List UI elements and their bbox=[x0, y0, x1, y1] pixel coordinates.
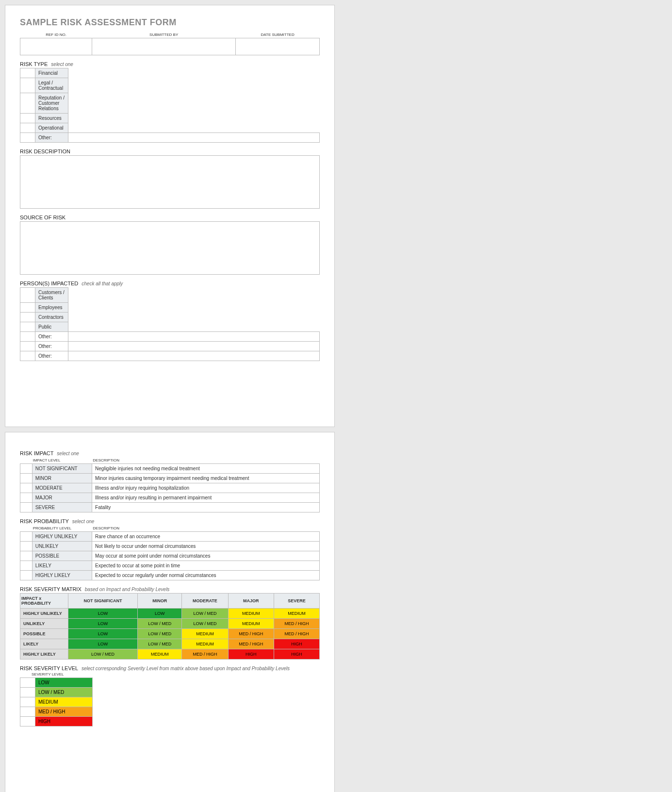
level-description: Illness and/or injury resulting in perma… bbox=[92, 493, 320, 503]
page-1: SAMPLE RISK ASSESSMENT FORM REF ID NO. S… bbox=[5, 5, 335, 427]
matrix-cell: MEDIUM bbox=[182, 629, 229, 639]
person-check[interactable] bbox=[20, 313, 35, 322]
person-check[interactable] bbox=[20, 342, 35, 351]
person-check[interactable] bbox=[20, 303, 35, 313]
level-name: HIGHLY UNLIKELY bbox=[32, 532, 92, 542]
matrix-col-header: MAJOR bbox=[228, 594, 274, 609]
person-option: Contractors bbox=[35, 313, 68, 322]
date-submitted-input[interactable] bbox=[236, 38, 320, 55]
matrix-cell: LOW bbox=[138, 609, 182, 619]
form-title: SAMPLE RISK ASSESSMENT FORM bbox=[20, 17, 320, 28]
matrix-label-text: RISK SEVERITY MATRIX bbox=[20, 586, 82, 592]
risk-type-option: Reputation / Customer Relations bbox=[35, 93, 68, 114]
hdr-date-label: DATE SUBMITTED bbox=[236, 32, 320, 38]
person-option: Customers / Clients bbox=[35, 288, 68, 303]
risk-type-option: Legal / Contractual bbox=[35, 78, 68, 93]
matrix-cell: LOW / MED bbox=[138, 639, 182, 649]
risk-type-check[interactable] bbox=[20, 78, 35, 93]
risk-type-check[interactable] bbox=[20, 123, 35, 133]
level-description: Rare chance of an occurrence bbox=[92, 532, 320, 542]
person-other-input[interactable] bbox=[68, 342, 320, 351]
level-check[interactable] bbox=[20, 503, 33, 512]
risk-type-option: Resources bbox=[35, 114, 68, 123]
risk-type-check[interactable] bbox=[20, 68, 35, 78]
level-description: Fatality bbox=[92, 503, 320, 512]
matrix-cell: MED / HIGH bbox=[228, 639, 274, 649]
severity-col-label: SEVERITY LEVEL bbox=[32, 672, 320, 676]
source-input[interactable] bbox=[20, 221, 320, 275]
persons-table: Customers / ClientsEmployeesContractorsP… bbox=[20, 287, 320, 361]
severity-check[interactable] bbox=[20, 697, 35, 707]
person-other-label: Other: bbox=[35, 332, 68, 342]
matrix-cell: MEDIUM bbox=[228, 619, 274, 629]
risk-description-input[interactable] bbox=[20, 155, 320, 209]
matrix-col-header: SEVERE bbox=[274, 594, 319, 609]
submitted-by-input[interactable] bbox=[92, 38, 236, 55]
level-description: Minor injuries causing temporary impairm… bbox=[92, 474, 320, 483]
risk-type-option: Financial bbox=[35, 68, 68, 78]
risk-type-other-label: Other: bbox=[35, 133, 68, 143]
level-check[interactable] bbox=[20, 483, 33, 493]
matrix-cell: LOW / MED bbox=[138, 619, 182, 629]
ref-id-input[interactable] bbox=[20, 38, 92, 55]
severity-check[interactable] bbox=[20, 707, 35, 717]
matrix-label: RISK SEVERITY MATRIX based on Impact and… bbox=[20, 586, 320, 592]
risk-type-other-input[interactable] bbox=[68, 133, 320, 143]
severity-check[interactable] bbox=[20, 717, 35, 726]
severity-level: MED / HIGH bbox=[35, 707, 93, 717]
person-other-input[interactable] bbox=[68, 351, 320, 361]
person-other-input[interactable] bbox=[68, 332, 320, 342]
severity-check[interactable] bbox=[20, 688, 35, 697]
matrix-col-header: MODERATE bbox=[182, 594, 229, 609]
severity-hint: select corresponding Severity Level from… bbox=[82, 666, 290, 671]
person-other-label: Other: bbox=[35, 351, 68, 361]
level-check[interactable] bbox=[20, 464, 33, 474]
matrix-cell: MED / HIGH bbox=[182, 649, 229, 660]
matrix-cell: MED / HIGH bbox=[274, 619, 319, 629]
severity-check[interactable] bbox=[20, 678, 35, 688]
matrix-cell: MEDIUM bbox=[274, 609, 319, 619]
level-description: Not likely to occur under normal circums… bbox=[92, 542, 320, 551]
persons-label: PERSON(S) IMPACTED check all that apply bbox=[20, 280, 320, 286]
probability-header: PROBABILITY LEVEL DESCRIPTION bbox=[20, 525, 320, 531]
persons-hint: check all that apply bbox=[82, 281, 123, 286]
risk-type-check[interactable] bbox=[20, 93, 35, 114]
level-check[interactable] bbox=[20, 542, 33, 551]
level-check[interactable] bbox=[20, 474, 33, 483]
risk-type-check[interactable] bbox=[20, 114, 35, 123]
impact-label-text: RISK IMPACT bbox=[20, 450, 53, 456]
matrix-cell: LOW bbox=[68, 629, 138, 639]
person-option: Public bbox=[35, 322, 68, 332]
matrix-cell: MEDIUM bbox=[228, 609, 274, 619]
matrix-row-header: UNLIKELY bbox=[20, 619, 68, 629]
page-2: RISK IMPACT select one IMPACT LEVEL DESC… bbox=[5, 432, 335, 792]
matrix-cell: MED / HIGH bbox=[274, 629, 319, 639]
risk-type-table: FinancialLegal / ContractualReputation /… bbox=[20, 68, 320, 143]
matrix-cell: LOW bbox=[68, 609, 138, 619]
probability-hint: select one bbox=[72, 519, 95, 524]
person-check[interactable] bbox=[20, 288, 35, 303]
level-check[interactable] bbox=[20, 551, 33, 561]
person-check[interactable] bbox=[20, 351, 35, 361]
level-check[interactable] bbox=[20, 571, 33, 580]
level-name: MINOR bbox=[32, 474, 92, 483]
impact-label: RISK IMPACT select one bbox=[20, 450, 320, 456]
matrix-row-header: LIKELY bbox=[20, 639, 68, 649]
level-description: Expected to occur at some point in time bbox=[92, 561, 320, 571]
matrix-table: IMPACT x PROBABILITYNOT SIGNIFICANTMINOR… bbox=[20, 593, 320, 660]
level-check[interactable] bbox=[20, 561, 33, 571]
level-check[interactable] bbox=[20, 532, 33, 542]
matrix-hint: based on Impact and Probability Levels bbox=[85, 587, 170, 592]
level-name: UNLIKELY bbox=[32, 542, 92, 551]
severity-table: LOWLOW / MEDMEDIUMMED / HIGHHIGH bbox=[20, 677, 93, 726]
matrix-cell: HIGH bbox=[274, 639, 319, 649]
person-check[interactable] bbox=[20, 322, 35, 332]
level-description: Expected to occur regularly under normal… bbox=[92, 571, 320, 580]
matrix-cell: MED / HIGH bbox=[228, 629, 274, 639]
matrix-row-header: POSSIBLE bbox=[20, 629, 68, 639]
level-check[interactable] bbox=[20, 493, 33, 503]
impact-hint: select one bbox=[57, 451, 79, 456]
impact-header: IMPACT LEVEL DESCRIPTION bbox=[20, 457, 320, 463]
risk-type-check[interactable] bbox=[20, 133, 35, 143]
person-check[interactable] bbox=[20, 332, 35, 342]
